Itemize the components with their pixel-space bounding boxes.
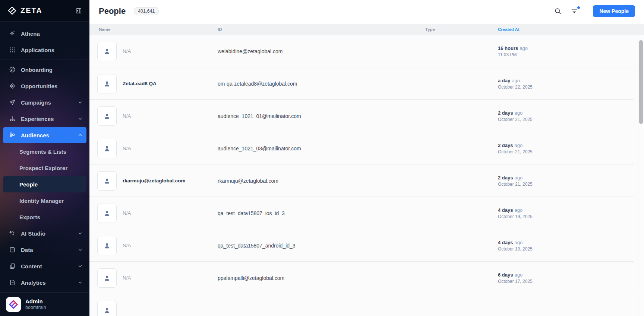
sidebar-item-analytics[interactable]: Analytics bbox=[0, 274, 89, 291]
created-ago-value: 6 days bbox=[498, 272, 513, 278]
sidebar-subitem-people[interactable]: People bbox=[3, 176, 86, 192]
sidebar-subitem-prospect-explorer[interactable]: Prospect Explorer bbox=[0, 160, 89, 176]
sidebar-user-card[interactable]: Admin boomtrain bbox=[0, 292, 89, 316]
sidebar-item-label: Analytics bbox=[21, 280, 72, 286]
column-header-type[interactable]: Type bbox=[425, 27, 498, 32]
header-divider bbox=[586, 6, 586, 17]
created-ago-word: ago bbox=[514, 272, 523, 278]
user-org: boomtrain bbox=[25, 305, 46, 310]
table-row-partial[interactable] bbox=[89, 294, 644, 316]
column-header-name[interactable]: Name bbox=[89, 27, 218, 32]
created-ago-word: ago bbox=[514, 175, 523, 181]
person-avatar-icon bbox=[97, 74, 117, 93]
scrollbar-thumb[interactable] bbox=[639, 40, 643, 124]
person-id: om-qa-zetalead8@zetaglobal.com bbox=[218, 81, 425, 87]
search-icon[interactable] bbox=[553, 6, 563, 16]
table-row[interactable]: rkarmuju@zetaglobal.com rkarmuju@zetaglo… bbox=[89, 165, 644, 197]
sidebar-subitem-exports[interactable]: Exports bbox=[0, 209, 89, 225]
filter-active-dot bbox=[577, 6, 580, 9]
column-header-id[interactable]: ID bbox=[218, 27, 425, 32]
person-avatar-icon bbox=[97, 236, 117, 255]
sidebar-item-athena[interactable]: Athena bbox=[0, 25, 89, 42]
person-name: N/A bbox=[123, 113, 131, 119]
created-detail: October 21, 2025 bbox=[498, 117, 644, 122]
table-row[interactable]: N/A audience_1021_03@mailinator.com 2 da… bbox=[89, 132, 644, 165]
sidebar-item-campaigns[interactable]: Campaigns bbox=[0, 94, 89, 111]
created-at-cell: 6 daysago October 17, 2025 bbox=[498, 272, 644, 284]
chevron-down-icon bbox=[77, 100, 83, 105]
main-content: People 401,641 New People Nam bbox=[89, 0, 644, 316]
sidebar-subitem-label: Identity Manager bbox=[19, 198, 64, 204]
chevron-down-icon bbox=[77, 247, 83, 252]
created-at-cell: 4 daysago October 19, 2025 bbox=[498, 240, 644, 252]
created-at-cell: 2 daysago October 21, 2025 bbox=[498, 110, 644, 122]
sidebar-item-label: Onboarding bbox=[21, 67, 83, 73]
sidebar-item-audiences[interactable]: Audiences bbox=[3, 127, 86, 143]
created-detail: October 19, 2025 bbox=[498, 246, 644, 252]
scrollbar-track[interactable] bbox=[638, 35, 644, 316]
sidebar-header: ZETA bbox=[0, 0, 89, 22]
sidebar-item-label: Athena bbox=[21, 31, 83, 37]
new-people-button[interactable]: New People bbox=[593, 5, 635, 17]
sidebar-item-label: AI Studio bbox=[21, 230, 72, 237]
send-icon bbox=[9, 99, 16, 106]
sidebar-item-experiences[interactable]: Experiences bbox=[0, 111, 89, 127]
sidebar-item-applications[interactable]: Applications bbox=[0, 42, 89, 58]
table-row[interactable]: ZetaLead8 QA om-qa-zetalead8@zetaglobal.… bbox=[89, 67, 644, 100]
chevron-down-icon bbox=[77, 280, 83, 285]
created-detail: 11:03 PM bbox=[498, 52, 644, 57]
sidebar-item-ai-studio[interactable]: AI Studio bbox=[0, 225, 89, 242]
created-at-cell: 4 daysago October 19, 2025 bbox=[498, 207, 644, 219]
database-icon bbox=[9, 246, 16, 253]
sidebar-subitem-identity-manager[interactable]: Identity Manager bbox=[0, 192, 89, 209]
person-name: N/A bbox=[123, 243, 131, 248]
sparkles-icon bbox=[9, 30, 16, 37]
brand-name: ZETA bbox=[20, 6, 42, 15]
sidebar-item-label: Opportunities bbox=[21, 83, 83, 89]
person-name: N/A bbox=[123, 48, 131, 54]
created-ago-value: 4 days bbox=[498, 207, 513, 213]
created-at-cell: 2 daysago October 21, 2025 bbox=[498, 143, 644, 154]
chevron-down-icon bbox=[77, 231, 83, 236]
sidebar-item-data[interactable]: Data bbox=[0, 242, 89, 258]
person-avatar-icon bbox=[97, 204, 117, 223]
sidebar-collapse-icon[interactable] bbox=[75, 7, 83, 15]
sidebar-subitem-segments-lists[interactable]: Segments & Lists bbox=[0, 143, 89, 160]
user-name: Admin bbox=[25, 298, 46, 305]
sidebar-item-content[interactable]: Content bbox=[0, 258, 89, 274]
column-header-created-at[interactable]: Created At bbox=[498, 27, 644, 32]
sidebar-subitem-label: People bbox=[19, 181, 38, 188]
created-at-cell: a dayago October 22, 2025 bbox=[498, 78, 644, 90]
target-diamond-icon bbox=[9, 83, 16, 89]
sidebar-item-onboarding[interactable]: Onboarding bbox=[0, 61, 89, 78]
zeta-brand[interactable]: ZETA bbox=[7, 6, 75, 15]
sidebar-item-opportunities[interactable]: Opportunities bbox=[0, 78, 89, 94]
table-header: Name ID Type Created At bbox=[89, 24, 644, 35]
person-id: welabidine@zetaglobal.com bbox=[218, 48, 425, 54]
created-ago-value: 2 days bbox=[498, 175, 513, 181]
table-row[interactable]: N/A qa_test_data15807_android_id_3 4 day… bbox=[89, 229, 644, 262]
table-row[interactable]: N/A welabidine@zetaglobal.com 16 hoursag… bbox=[89, 35, 644, 67]
created-detail: October 19, 2025 bbox=[498, 214, 644, 219]
person-name: ZetaLead8 QA bbox=[123, 81, 157, 86]
person-name: N/A bbox=[123, 275, 131, 281]
sidebar-subitem-label: Exports bbox=[19, 214, 40, 220]
user-info: Admin boomtrain bbox=[25, 298, 46, 310]
person-avatar-icon bbox=[97, 268, 117, 288]
person-id: rkarmuju@zetaglobal.com bbox=[218, 178, 425, 184]
person-avatar-icon bbox=[97, 42, 117, 61]
filter-icon[interactable] bbox=[569, 6, 579, 16]
zeta-logo-icon bbox=[7, 6, 17, 15]
person-avatar-icon bbox=[97, 301, 117, 316]
table-row[interactable]: N/A audience_1021_01@mailinator.com 2 da… bbox=[89, 100, 644, 132]
person-name: N/A bbox=[123, 146, 131, 151]
grid-dots-icon bbox=[9, 47, 16, 53]
magic-wand-icon bbox=[9, 230, 16, 237]
created-detail: October 22, 2025 bbox=[498, 84, 644, 90]
sidebar-item-label: Campaigns bbox=[21, 99, 72, 106]
table-row[interactable]: N/A qa_test_data15807_ios_id_3 4 daysago… bbox=[89, 197, 644, 229]
table-row[interactable]: N/A ppalampalli@zetaglobal.com 6 daysago… bbox=[89, 262, 644, 294]
person-id: qa_test_data15807_ios_id_3 bbox=[218, 210, 425, 216]
sidebar-item-label: Applications bbox=[21, 47, 83, 53]
created-ago-word: ago bbox=[514, 143, 523, 148]
